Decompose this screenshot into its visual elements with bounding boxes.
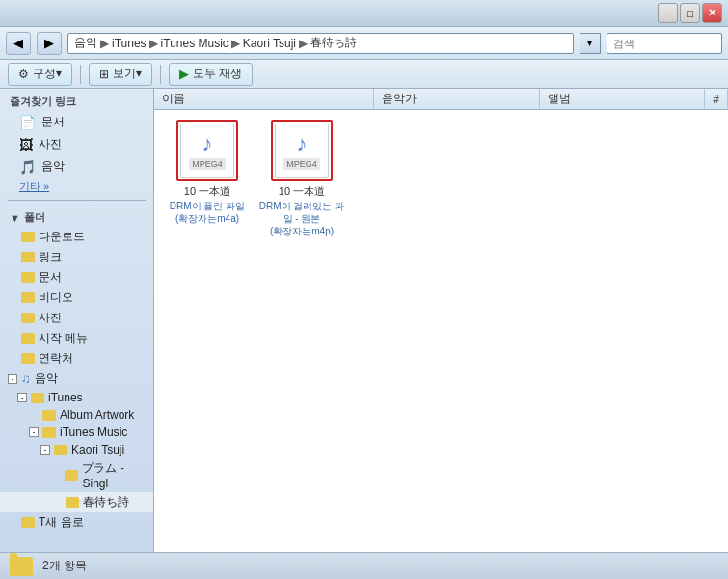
play-icon: ▶ <box>179 67 189 81</box>
col-artist-label: 음악가 <box>382 91 417 107</box>
tree-item-docs[interactable]: 문서 <box>0 267 153 288</box>
tree-item-plum[interactable]: プラム - Singl <box>0 458 153 492</box>
folder-icon-itunes <box>31 393 44 403</box>
tree-item-contacts[interactable]: 연락처 <box>0 348 153 369</box>
status-bar: 2개 항목 <box>0 552 728 579</box>
file-item-2[interactable]: ♪ MPEG4 10 一本道 DRM이 걸려있는 파일 - 원본 (확장자는m4… <box>258 120 345 237</box>
view-button[interactable]: ⊞ 보기▾ <box>89 63 152 86</box>
tree-item-harumachi[interactable]: 春待ち詩 <box>0 492 153 512</box>
col-header-album[interactable]: 앨범 <box>540 89 705 109</box>
col-header-artist[interactable]: 음악가 <box>374 89 539 109</box>
search-input[interactable] <box>607 33 722 54</box>
sidebar-more-link[interactable]: 기타 » <box>0 178 153 196</box>
tree-item-video-label: 비디오 <box>39 290 73 306</box>
folder-icon-itunes-music <box>42 427 56 438</box>
view-label: 보기▾ <box>113 66 142 82</box>
tree-item-harumachi-label: 春待ち詩 <box>83 494 129 510</box>
sidebar-item-photos-label: 사진 <box>39 136 62 152</box>
sidebar-item-photos[interactable]: 🖼 사진 <box>0 133 153 155</box>
folder-icon-docs <box>21 272 35 283</box>
sidebar-item-music[interactable]: 🎵 음악 <box>0 155 153 178</box>
folder-icon-startmenu <box>21 333 35 344</box>
tree-item-album-artwork-label: Album Artwork <box>60 408 134 422</box>
organize-label: 구성▾ <box>33 66 62 82</box>
folder-icon-plum <box>65 470 78 481</box>
minimize-button[interactable]: ─ <box>658 3 678 23</box>
file-extension-1: (확장자는m4a) <box>175 213 239 224</box>
col-num-label: # <box>713 93 719 106</box>
window-controls: ─ □ ✕ <box>658 3 722 23</box>
folders-expand-icon: ▼ <box>10 212 20 224</box>
toolbar-separator-1 <box>80 65 81 84</box>
music-folder-icon: ♫ <box>21 372 31 386</box>
tree-item-itunes[interactable]: - iTunes <box>0 389 153 406</box>
favorites-title: 즐겨찾기 링크 <box>0 89 153 111</box>
content-area: 이름 음악가 앨범 # ♪ MPEG4 <box>154 89 728 552</box>
play-all-button[interactable]: ▶ 모두 재생 <box>169 63 253 86</box>
tree-item-download[interactable]: 다운로드 <box>0 227 153 247</box>
path-part-4: Kaori Tsuji <box>243 37 296 50</box>
music-file-icon-1: ♪ MPEG4 <box>180 124 234 178</box>
maximize-button[interactable]: □ <box>680 3 700 23</box>
tree-item-music2[interactable]: - ♫ 음악 <box>0 369 153 389</box>
tree-item-links-label: 링크 <box>39 249 62 265</box>
tree-item-album-artwork[interactable]: Album Artwork <box>0 406 153 424</box>
folders-title[interactable]: ▼ 폴더 <box>0 205 153 227</box>
tree-expand-itunes[interactable]: - <box>17 393 27 402</box>
toolbar-separator-2 <box>160 65 161 84</box>
sidebar-item-documents[interactable]: 📄 문서 <box>0 111 153 133</box>
status-item-count: 2개 항목 <box>42 558 87 574</box>
sidebar-separator <box>8 200 146 201</box>
tree-item-contacts-label: 연락처 <box>39 350 73 367</box>
organize-icon: ⚙ <box>18 68 29 81</box>
sidebar-item-documents-label: 문서 <box>41 114 65 130</box>
file-desc-1: DRM이 풀린 파일 (확장자는m4a) <box>164 200 251 225</box>
tree-item-new[interactable]: T새 음로 <box>0 512 153 533</box>
file-desc-2: DRM이 걸려있는 파일 - 원본 (확장자는m4p) <box>258 200 345 237</box>
file-list: ♪ MPEG4 10 一本道 DRM이 풀린 파일 (확장자는m4a) ♪ MP… <box>154 110 728 552</box>
folders-title-label: 폴더 <box>24 210 45 225</box>
title-bar: ─ □ ✕ <box>0 0 728 27</box>
tree-item-itunes-label: iTunes <box>48 391 83 404</box>
tree-item-video[interactable]: 비디오 <box>0 288 153 308</box>
tree-expand-itunes-music[interactable]: - <box>29 427 39 437</box>
tree-item-startmenu[interactable]: 시작 메뉴 <box>0 328 153 348</box>
address-bar: ◀ ▶ 음악 ▶ iTunes ▶ iTunes Music ▶ Kaori T… <box>0 27 728 60</box>
folder-icon-video <box>21 292 35 303</box>
close-button[interactable]: ✕ <box>702 3 722 23</box>
tree-item-photos2-label: 사진 <box>39 310 62 326</box>
tree-item-docs-label: 문서 <box>39 269 62 286</box>
tree-item-links[interactable]: 링크 <box>0 247 153 267</box>
tree-expand-music[interactable]: - <box>8 374 17 384</box>
path-dropdown-button[interactable]: ▾ <box>580 33 601 54</box>
file-extension-2: (확장자는m4p) <box>270 226 334 236</box>
path-sep-4: ▶ <box>299 37 308 50</box>
tree-item-itunes-music[interactable]: - iTunes Music <box>0 424 153 441</box>
tree-item-photos2[interactable]: 사진 <box>0 308 153 328</box>
organize-button[interactable]: ⚙ 구성▾ <box>8 63 72 86</box>
forward-button[interactable]: ▶ <box>37 32 62 55</box>
status-folder-icon <box>10 557 33 576</box>
music-icon: 🎵 <box>19 159 36 175</box>
tree-item-kaori-tsuji[interactable]: - Kaori Tsuji <box>0 441 153 458</box>
tree-expand-kaori[interactable]: - <box>40 445 50 455</box>
folder-icon-contacts <box>21 353 35 364</box>
path-sep-2: ▶ <box>149 37 158 50</box>
back-button[interactable]: ◀ <box>6 32 31 55</box>
col-header-name[interactable]: 이름 <box>154 89 374 109</box>
music-file-icon-2: ♪ MPEG4 <box>275 124 329 178</box>
col-album-label: 앨범 <box>548 91 571 107</box>
address-path[interactable]: 음악 ▶ iTunes ▶ iTunes Music ▶ Kaori Tsuji… <box>67 33 574 54</box>
documents-icon: 📄 <box>19 115 36 130</box>
file-name-2: 10 一本道 <box>279 184 325 198</box>
column-header: 이름 음악가 앨범 # <box>154 89 728 110</box>
main-layout: 즐겨찾기 링크 📄 문서 🖼 사진 🎵 음악 기타 » ▼ 폴더 다운로드 <box>0 89 728 552</box>
path-sep-1: ▶ <box>100 37 109 50</box>
tree-item-itunes-music-label: iTunes Music <box>60 426 127 439</box>
file-item-1[interactable]: ♪ MPEG4 10 一本道 DRM이 풀린 파일 (확장자는m4a) <box>164 120 251 237</box>
file-drm-status-1: DRM이 풀린 파일 <box>170 201 245 211</box>
path-sep-3: ▶ <box>231 37 240 50</box>
path-part-1: 음악 <box>74 35 97 51</box>
toolbar: ⚙ 구성▾ ⊞ 보기▾ ▶ 모두 재생 <box>0 60 728 89</box>
col-header-num[interactable]: # <box>705 89 728 109</box>
